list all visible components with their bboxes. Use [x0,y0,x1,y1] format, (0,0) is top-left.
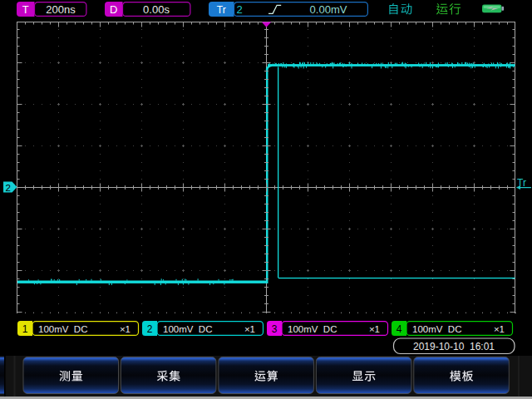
svg-text:2: 2 [236,3,242,16]
svg-text:100mV DC: 100mV DC [163,324,212,334]
svg-text:×1: ×1 [494,324,505,334]
svg-text:1: 1 [22,323,28,335]
svg-text:×1: ×1 [369,324,380,334]
svg-text:2: 2 [147,323,153,335]
svg-text:0.00mV: 0.00mV [310,3,347,16]
svg-text:×1: ×1 [244,324,255,334]
svg-text:D: D [110,3,117,16]
svg-text:100mV DC: 100mV DC [38,324,87,334]
svg-text:Tr: Tr [217,4,226,16]
svg-text:2019-10-10 16:01: 2019-10-10 16:01 [413,341,495,352]
svg-text:200ns: 200ns [46,3,76,16]
svg-text:4: 4 [397,323,402,335]
svg-text:T: T [22,3,29,16]
svg-text:×1: ×1 [120,324,131,334]
svg-text:100mV DC: 100mV DC [288,324,337,334]
svg-text:3: 3 [272,323,278,335]
svg-text:100mV DC: 100mV DC [412,324,461,334]
svg-text:0.00s: 0.00s [143,3,170,16]
svg-text:2: 2 [5,183,10,193]
